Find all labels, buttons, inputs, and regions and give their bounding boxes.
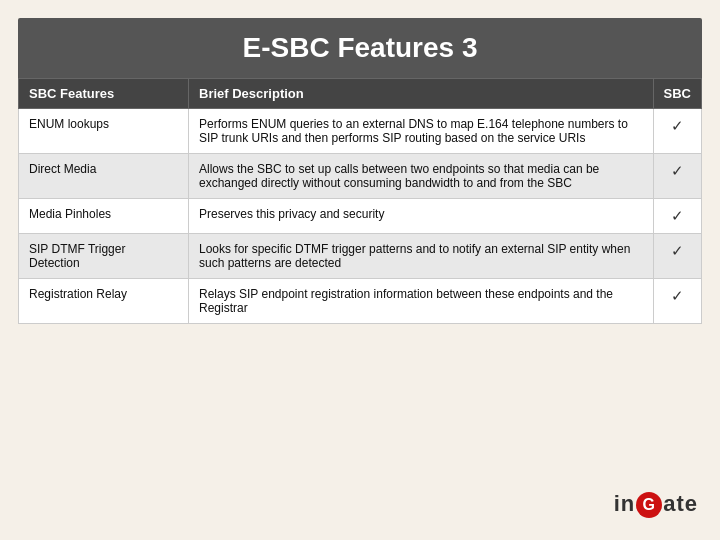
- col-header-feature: SBC Features: [19, 79, 189, 109]
- col-header-sbc: SBC: [653, 79, 701, 109]
- feature-name: Media Pinholes: [19, 199, 189, 234]
- feature-description: Preserves this privacy and security: [189, 199, 654, 234]
- table-row: SIP DTMF Trigger DetectionLooks for spec…: [19, 234, 702, 279]
- check-cell: ✓: [653, 234, 701, 279]
- features-table: SBC Features Brief Description SBC ENUM …: [18, 78, 702, 324]
- feature-description: Looks for specific DTMF trigger patterns…: [189, 234, 654, 279]
- table-row: ENUM lookupsPerforms ENUM queries to an …: [19, 109, 702, 154]
- table-row: Media PinholesPreserves this privacy and…: [19, 199, 702, 234]
- logo-circle: G: [636, 492, 662, 518]
- check-cell: ✓: [653, 154, 701, 199]
- check-cell: ✓: [653, 199, 701, 234]
- feature-name: Registration Relay: [19, 279, 189, 324]
- checkmark-icon: ✓: [671, 242, 684, 259]
- col-header-description: Brief Description: [189, 79, 654, 109]
- logo: inGate: [614, 491, 698, 518]
- table-row: Registration RelayRelays SIP endpoint re…: [19, 279, 702, 324]
- feature-name: Direct Media: [19, 154, 189, 199]
- page-title: E-SBC Features 3: [18, 18, 702, 78]
- logo-suffix: ate: [663, 491, 698, 516]
- check-cell: ✓: [653, 279, 701, 324]
- check-cell: ✓: [653, 109, 701, 154]
- logo-text: inGate: [614, 491, 698, 516]
- page-container: E-SBC Features 3 SBC Features Brief Desc…: [0, 0, 720, 540]
- feature-name: ENUM lookups: [19, 109, 189, 154]
- feature-description: Relays SIP endpoint registration informa…: [189, 279, 654, 324]
- feature-name: SIP DTMF Trigger Detection: [19, 234, 189, 279]
- table-row: Direct MediaAllows the SBC to set up cal…: [19, 154, 702, 199]
- feature-description: Performs ENUM queries to an external DNS…: [189, 109, 654, 154]
- checkmark-icon: ✓: [671, 287, 684, 304]
- table-header: SBC Features Brief Description SBC: [19, 79, 702, 109]
- checkmark-icon: ✓: [671, 207, 684, 224]
- checkmark-icon: ✓: [671, 162, 684, 179]
- logo-prefix: in: [614, 491, 636, 516]
- checkmark-icon: ✓: [671, 117, 684, 134]
- feature-description: Allows the SBC to set up calls between t…: [189, 154, 654, 199]
